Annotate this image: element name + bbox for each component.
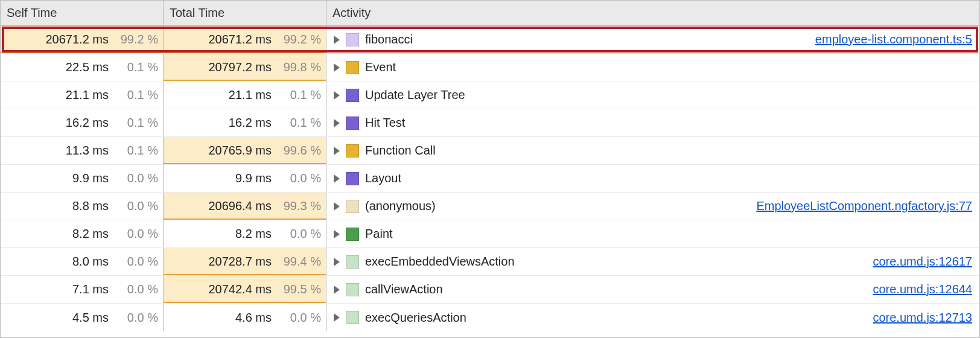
- self-time-percent: 0.1 %: [116, 88, 158, 102]
- total-time-cell: 21.1 ms0.1 %: [164, 81, 326, 109]
- self-time-cell: 8.0 ms0.0 %: [1, 248, 164, 275]
- table-row[interactable]: 8.2 ms0.0 %8.2 ms0.0 %Paint: [1, 220, 979, 248]
- expand-icon[interactable]: [334, 230, 340, 238]
- total-time-value: 20765.9 ms: [193, 144, 272, 158]
- source-link[interactable]: core.umd.js:12617: [873, 255, 972, 269]
- self-time-cell: 8.2 ms0.0 %: [1, 220, 164, 247]
- column-header-activity[interactable]: Activity: [326, 1, 979, 25]
- category-swatch-icon: [346, 144, 359, 158]
- self-time-cell: 16.2 ms0.1 %: [1, 109, 164, 136]
- category-swatch-icon: [346, 172, 359, 185]
- total-time-value: 20696.4 ms: [193, 199, 272, 213]
- total-time-percent: 0.1 %: [279, 88, 321, 102]
- table-row[interactable]: 9.9 ms0.0 %9.9 ms0.0 %Layout: [1, 165, 979, 193]
- activity-cell: (anonymous)EmployeeListComponent.ngfacto…: [326, 193, 979, 220]
- total-time-percent: 0.0 %: [279, 311, 321, 325]
- self-time-cell: 22.5 ms0.1 %: [1, 54, 164, 81]
- self-time-cell: 21.1 ms0.1 %: [1, 81, 164, 109]
- total-time-value: 9.9 ms: [193, 171, 272, 185]
- total-time-value: 20671.2 ms: [193, 33, 272, 46]
- total-time-percent: 0.0 %: [279, 227, 321, 241]
- activity-cell: Layout: [326, 165, 979, 192]
- column-header-self-time[interactable]: Self Time: [1, 1, 164, 25]
- expand-icon[interactable]: [334, 147, 340, 155]
- total-time-value: 21.1 ms: [193, 88, 272, 102]
- table-row[interactable]: 16.2 ms0.1 %16.2 ms0.1 %Hit Test: [1, 109, 979, 137]
- activity-name: Layout: [365, 171, 401, 185]
- total-time-percent: 0.1 %: [279, 116, 321, 130]
- activity-cell: execEmbeddedViewsActioncore.umd.js:12617: [326, 248, 979, 275]
- profiler-table: Self Time Total Time Activity 20671.2 ms…: [0, 0, 980, 338]
- total-time-value: 4.6 ms: [193, 311, 272, 325]
- total-time-cell: 20728.7 ms99.4 %: [164, 248, 326, 275]
- source-link[interactable]: employee-list.component.ts:5: [815, 33, 972, 46]
- expand-icon[interactable]: [334, 36, 340, 44]
- activity-cell: callViewActioncore.umd.js:12644: [326, 276, 979, 303]
- expand-icon[interactable]: [334, 174, 340, 183]
- total-time-percent: 0.0 %: [279, 171, 321, 185]
- activity-name: execEmbeddedViewsAction: [365, 255, 515, 269]
- table-row[interactable]: 4.5 ms0.0 %4.6 ms0.0 %execQueriesActionc…: [1, 304, 979, 331]
- category-swatch-icon: [346, 33, 359, 46]
- total-time-percent: 99.3 %: [279, 199, 321, 213]
- total-time-cell: 16.2 ms0.1 %: [164, 109, 326, 136]
- self-time-value: 22.5 ms: [30, 60, 109, 74]
- total-time-value: 20797.2 ms: [193, 60, 272, 74]
- self-time-value: 9.9 ms: [30, 171, 109, 185]
- self-time-cell: 4.5 ms0.0 %: [1, 304, 164, 331]
- self-time-percent: 0.0 %: [116, 255, 158, 269]
- self-time-value: 8.0 ms: [30, 255, 109, 269]
- table-header: Self Time Total Time Activity: [1, 1, 979, 26]
- total-time-cell: 20742.4 ms99.5 %: [164, 276, 326, 303]
- table-row[interactable]: 22.5 ms0.1 %20797.2 ms99.8 %Event: [1, 54, 979, 81]
- self-time-percent: 0.0 %: [116, 227, 158, 241]
- self-time-value: 16.2 ms: [30, 116, 109, 130]
- table-row[interactable]: 11.3 ms0.1 %20765.9 ms99.6 %Function Cal…: [1, 137, 979, 165]
- total-time-cell: 8.2 ms0.0 %: [164, 220, 326, 247]
- activity-name: Update Layer Tree: [365, 88, 465, 102]
- activity-cell: Update Layer Tree: [326, 81, 979, 109]
- activity-name: execQueriesAction: [365, 311, 466, 325]
- self-time-percent: 0.0 %: [116, 282, 158, 296]
- table-row[interactable]: 7.1 ms0.0 %20742.4 ms99.5 %callViewActio…: [1, 276, 979, 304]
- expand-icon[interactable]: [334, 91, 340, 100]
- self-time-cell: 9.9 ms0.0 %: [1, 165, 164, 192]
- total-time-cell: 20765.9 ms99.6 %: [164, 137, 326, 164]
- table-row[interactable]: 8.0 ms0.0 %20728.7 ms99.4 %execEmbeddedV…: [1, 248, 979, 276]
- category-swatch-icon: [346, 311, 359, 324]
- self-time-percent: 0.0 %: [116, 311, 158, 325]
- table-row[interactable]: 8.8 ms0.0 %20696.4 ms99.3 %(anonymous)Em…: [1, 193, 979, 220]
- column-header-total-time[interactable]: Total Time: [164, 1, 326, 25]
- activity-cell: Function Call: [326, 137, 979, 164]
- self-time-value: 21.1 ms: [30, 88, 109, 102]
- self-time-percent: 0.0 %: [116, 171, 158, 185]
- expand-icon[interactable]: [334, 258, 340, 266]
- self-time-value: 7.1 ms: [30, 282, 109, 296]
- activity-name: fibonacci: [365, 33, 413, 46]
- expand-icon[interactable]: [334, 63, 340, 72]
- total-time-value: 16.2 ms: [193, 116, 272, 130]
- total-time-percent: 99.5 %: [279, 282, 321, 296]
- self-time-percent: 99.2 %: [116, 33, 158, 46]
- source-link[interactable]: EmployeeListComponent.ngfactory.js:77: [756, 199, 972, 213]
- expand-icon[interactable]: [334, 313, 340, 322]
- table-row[interactable]: 20671.2 ms99.2 %20671.2 ms99.2 %fibonacc…: [1, 26, 979, 54]
- category-swatch-icon: [346, 228, 359, 241]
- self-time-percent: 0.1 %: [116, 60, 158, 74]
- self-time-value: 8.2 ms: [30, 227, 109, 241]
- expand-icon[interactable]: [334, 119, 340, 127]
- self-time-cell: 11.3 ms0.1 %: [1, 137, 164, 164]
- total-time-percent: 99.6 %: [279, 144, 321, 158]
- source-link[interactable]: core.umd.js:12644: [873, 282, 972, 296]
- expand-icon[interactable]: [334, 285, 340, 294]
- activity-name: Paint: [365, 227, 393, 241]
- total-time-value: 8.2 ms: [193, 227, 272, 241]
- self-time-cell: 20671.2 ms99.2 %: [1, 26, 164, 53]
- category-swatch-icon: [346, 89, 359, 102]
- expand-icon[interactable]: [334, 202, 340, 211]
- source-link[interactable]: core.umd.js:12713: [873, 311, 972, 325]
- total-time-value: 20742.4 ms: [193, 282, 272, 296]
- category-swatch-icon: [346, 61, 359, 74]
- activity-name: Event: [365, 60, 396, 74]
- table-row[interactable]: 21.1 ms0.1 %21.1 ms0.1 %Update Layer Tre…: [1, 81, 979, 109]
